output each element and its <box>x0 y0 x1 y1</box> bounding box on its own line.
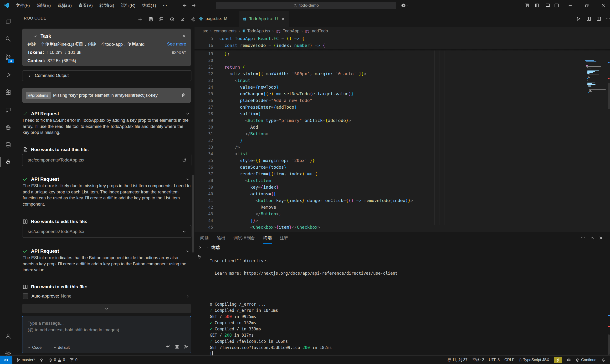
panel-tab-调试控制台[interactable]: 调试控制台 <box>234 232 255 244</box>
editor-scrollbar[interactable] <box>608 83 610 109</box>
chevron-right-icon[interactable] <box>186 294 190 298</box>
breadcrumb-item[interactable]: components <box>214 29 237 34</box>
api-request-header[interactable]: API Request <box>23 248 190 254</box>
language-status[interactable]: {}TypeScript JSX <box>517 356 552 364</box>
menu-item-2[interactable]: 编辑(E) <box>33 0 54 11</box>
activity-extensions[interactable] <box>2 87 14 98</box>
panel-tab-注释[interactable]: 注释 <box>280 232 288 244</box>
profile-select[interactable]: default <box>53 345 70 350</box>
notifications-bell[interactable] <box>599 356 608 364</box>
copilot-menu-button[interactable] <box>398 0 411 11</box>
api-request-header[interactable]: API Request <box>23 177 190 182</box>
breadcrumb-item[interactable]: [@]addTodo <box>305 29 328 34</box>
toolbar-settings-button[interactable] <box>190 16 195 22</box>
ports-status[interactable]: 0 <box>67 356 80 364</box>
activity-search[interactable] <box>2 33 14 45</box>
camera-icon[interactable] <box>173 343 180 350</box>
export-button[interactable]: EXPORT <box>172 51 186 54</box>
chat-input[interactable]: Type a message... (@ to add context, hol… <box>22 316 191 353</box>
window-restore-button[interactable] <box>582 0 592 11</box>
eol-status[interactable]: CRLF <box>502 356 517 364</box>
menu-item-7[interactable]: 终端(T) <box>139 0 159 11</box>
sidebar-scrollbar[interactable] <box>192 175 194 252</box>
toolbar-mcp-server-button[interactable] <box>158 16 165 22</box>
send-button[interactable] <box>183 343 190 350</box>
customize-layout-button[interactable] <box>522 0 531 11</box>
problems-status[interactable]: 00 <box>46 356 67 364</box>
chevron-right-icon[interactable] <box>198 246 202 249</box>
activity-chat[interactable] <box>2 104 14 116</box>
panel-tab-终端[interactable]: 终端 <box>263 232 272 244</box>
panel-close-icon[interactable] <box>597 232 605 244</box>
terminal-section-header[interactable]: 终端 <box>195 244 610 251</box>
command-output-row[interactable]: Command Output <box>22 70 191 81</box>
menu-item-3[interactable]: 选择(S) <box>54 0 75 11</box>
prettier-status[interactable] <box>552 356 564 364</box>
nav-back-button[interactable] <box>180 0 189 11</box>
nav-forward-button[interactable] <box>189 0 198 11</box>
enhance-prompt-button[interactable] <box>164 343 171 350</box>
problems-chip[interactable]: @problems <box>26 92 51 99</box>
expand-controls-button[interactable] <box>22 304 191 313</box>
file-path-box[interactable]: src/components/TodoApp.tsx <box>22 154 191 166</box>
activity-roo-code[interactable] <box>2 156 14 168</box>
task-collapse-icon[interactable] <box>33 34 37 38</box>
activity-run-debug[interactable] <box>2 69 14 80</box>
breadcrumb-item[interactable]: src <box>203 29 208 34</box>
indentation-status[interactable]: 空格: 2 <box>470 356 487 364</box>
section-collapse-icon[interactable] <box>186 177 190 181</box>
breadcrumb-item[interactable]: TodoApp.tsx <box>242 29 270 34</box>
activity-source-control[interactable]: 4 <box>2 52 14 63</box>
auto-approve-row[interactable]: Auto-approve: None <box>23 293 190 299</box>
tab-TodoApp.tsx[interactable]: TodoApp.tsxU <box>239 11 289 27</box>
panel-maximize-icon[interactable] <box>588 232 597 244</box>
activity-globe[interactable] <box>2 122 14 133</box>
editor-more-actions-button[interactable] <box>603 11 610 27</box>
section-collapse-icon[interactable] <box>186 249 190 253</box>
chevron-down-icon[interactable] <box>206 246 209 249</box>
mode-select[interactable]: Code <box>28 345 41 350</box>
panel-more-actions-icon[interactable] <box>579 232 587 244</box>
toggle-panel-button[interactable] <box>543 0 553 11</box>
activity-account[interactable] <box>2 330 14 342</box>
cursor-position-status[interactable]: 行 11, 列 37 <box>445 356 470 364</box>
copilot-status[interactable] <box>564 356 573 364</box>
activity-database[interactable] <box>2 139 14 151</box>
breadcrumb[interactable]: src›components›TodoApp.tsx›[@]TodoApp›[@… <box>195 27 610 35</box>
panel-tab-输出[interactable]: 输出 <box>217 232 225 244</box>
toggle-sidebar-button[interactable] <box>532 0 542 11</box>
continue-status[interactable]: Continue <box>573 356 599 364</box>
menu-item-1[interactable]: 文件(F) <box>13 0 33 11</box>
command-center-search[interactable]: todo-demo <box>216 2 396 9</box>
panel-tab-问题[interactable]: 问题 <box>200 232 209 244</box>
terminal-scrollbar[interactable] <box>608 335 610 355</box>
split-editor-button[interactable] <box>594 11 604 27</box>
api-request-header[interactable]: API Request <box>23 111 190 117</box>
task-close-icon[interactable] <box>182 34 186 38</box>
toolbar-new-task-button[interactable] <box>137 16 144 22</box>
activity-explorer[interactable] <box>2 16 14 27</box>
remote-indicator[interactable]: >< <box>0 356 13 364</box>
git-branch-status[interactable]: master* <box>14 356 37 364</box>
file-path-box[interactable]: src/components/TodoApp.tsx <box>22 225 191 238</box>
menu-overflow[interactable]: ··· <box>159 0 171 11</box>
window-minimize-button[interactable] <box>565 0 575 11</box>
see-more-link[interactable]: See more <box>167 41 186 47</box>
menu-item-5[interactable]: 转到(G) <box>96 0 118 11</box>
menu-item-4[interactable]: 查看(V) <box>75 0 96 11</box>
toolbar-history-button[interactable] <box>169 16 176 22</box>
editor-code-area[interactable]: 5const TodoApp: React.FC = () => {16 con… <box>195 35 610 232</box>
trash-icon[interactable] <box>181 93 186 98</box>
toolbar-prompts-button[interactable] <box>147 16 155 22</box>
toolbar-open-in-editor-button[interactable] <box>179 16 186 22</box>
tab-close-icon[interactable] <box>281 17 285 21</box>
menu-item-6[interactable]: 运行(R) <box>118 0 139 11</box>
breadcrumb-item[interactable]: [@]TodoApp <box>276 29 299 34</box>
tab-page.tsx[interactable]: page.tsxM <box>195 11 231 27</box>
minimap[interactable] <box>585 60 606 98</box>
window-close-button[interactable] <box>598 0 608 11</box>
run-button[interactable] <box>573 11 583 27</box>
publish-changes-button[interactable] <box>37 356 46 364</box>
section-collapse-icon[interactable] <box>186 112 190 116</box>
encoding-status[interactable]: UTF-8 <box>487 356 502 364</box>
